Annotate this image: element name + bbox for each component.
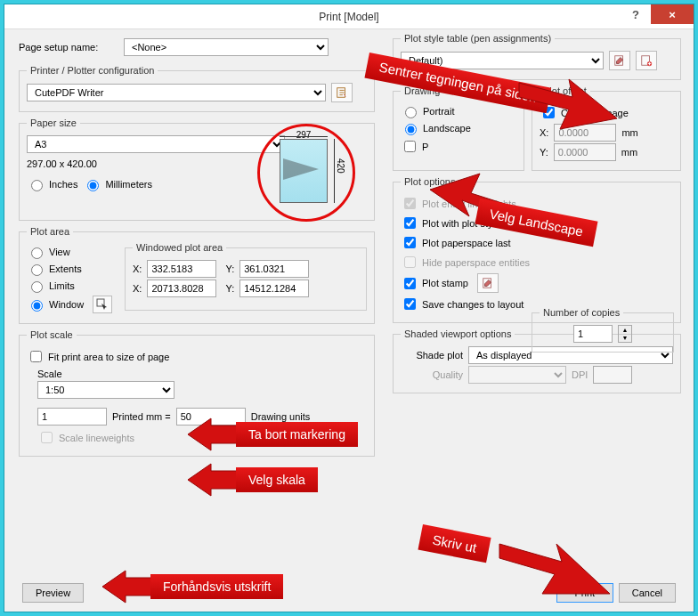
shaded-legend: Shaded viewport options	[401, 328, 515, 339]
opt-save[interactable]	[404, 298, 416, 310]
windowed-area-fieldset: Windowed plot area X: Y: X: Y:	[125, 242, 367, 311]
windowed-legend: Windowed plot area	[133, 242, 226, 253]
print-button[interactable]: Print	[556, 583, 613, 603]
copies-fieldset: Number of copies ▲▼	[532, 307, 674, 353]
orientation-fieldset: Drawing Portrait Landscape P	[393, 85, 524, 171]
left-column: Page setup name: <None> Printer / Plotte…	[19, 33, 375, 462]
printer-fieldset: Printer / Plotter configuration CutePDF …	[19, 65, 375, 112]
plot-options-fieldset: Plot options Plot entity lineweights Plo…	[393, 176, 681, 323]
offset-y	[554, 143, 616, 161]
center-page-check[interactable]	[543, 107, 555, 118]
paper-legend: Paper size	[27, 118, 80, 128]
printer-select[interactable]: CutePDF Writer	[27, 84, 326, 101]
opt-plotstyles[interactable]	[404, 217, 416, 229]
landscape-radio[interactable]	[405, 124, 417, 135]
preview-button[interactable]: Preview	[22, 583, 84, 603]
printed-mm[interactable]	[37, 408, 107, 426]
win-x2[interactable]	[147, 280, 216, 297]
opt-lineweights	[404, 198, 416, 209]
offset-legend: Plot offset	[540, 85, 590, 96]
win-y1[interactable]	[239, 260, 309, 278]
pick-window-icon[interactable]	[93, 296, 112, 313]
close-button[interactable]: ×	[651, 4, 694, 24]
plot-style-select[interactable]: Default)	[401, 52, 604, 69]
copies-spinner[interactable]: ▲▼	[618, 325, 632, 343]
paper-fieldset: Paper size A3 297.00 x 420.00 Inches Mil…	[19, 118, 375, 221]
printer-legend: Printer / Plotter configuration	[27, 65, 158, 76]
paper-size-select[interactable]: A3	[27, 135, 285, 153]
plotarea-window-radio[interactable]	[31, 300, 43, 312]
callout-preview: Forhåndsvis utskrift	[102, 571, 307, 610]
units-mm-radio[interactable]	[87, 180, 99, 191]
scale-select[interactable]: 1:50	[37, 381, 174, 399]
upside-check[interactable]	[404, 141, 416, 152]
plotarea-view-radio[interactable]	[31, 247, 43, 259]
svg-marker-10	[102, 571, 165, 603]
scale-label: Scale	[37, 369, 367, 379]
print-dialog: Print [Model] ? × Page setup name: <None…	[4, 4, 694, 612]
drawing-units[interactable]	[176, 408, 246, 426]
plot-scale-fieldset: Plot scale Fit print area to size of pag…	[19, 329, 375, 457]
opt-paperspace[interactable]	[404, 237, 416, 248]
plot-area-legend: Plot area	[27, 226, 73, 237]
edit-style-icon[interactable]	[609, 51, 630, 70]
page-setup-label: Page setup name:	[19, 42, 118, 53]
orientation-legend: Drawing	[401, 85, 443, 96]
new-style-icon[interactable]	[636, 51, 657, 70]
quality-select	[468, 366, 566, 384]
plotarea-limits-radio[interactable]	[31, 281, 43, 293]
plotarea-extents-radio[interactable]	[31, 264, 43, 276]
dpi-field	[593, 366, 632, 384]
paper-preview: 297 420	[264, 130, 349, 215]
plot-style-fieldset: Plot style table (pen assignments) Defau…	[393, 33, 681, 80]
stamp-settings-icon[interactable]	[477, 273, 499, 293]
right-column: Plot style table (pen assignments) Defau…	[393, 33, 681, 399]
offset-x	[554, 124, 616, 142]
cancel-button[interactable]: Cancel	[619, 583, 676, 603]
help-button[interactable]: ?	[621, 4, 651, 24]
plot-area-fieldset: Plot area View Extents Limits Window W	[19, 226, 375, 324]
win-x1[interactable]	[147, 260, 216, 278]
opt-hide	[404, 256, 416, 268]
win-y2[interactable]	[239, 280, 309, 297]
opt-stamp[interactable]	[404, 278, 416, 289]
copies-legend: Number of copies	[540, 307, 623, 318]
callout-scale: Velg skala	[188, 464, 375, 503]
units-inches-radio[interactable]	[31, 180, 43, 191]
plot-options-legend: Plot options	[401, 176, 459, 187]
page-setup-select[interactable]: <None>	[124, 38, 329, 56]
scale-lineweights-check	[41, 432, 53, 443]
plot-style-legend: Plot style table (pen assignments)	[401, 33, 555, 44]
svg-marker-9	[188, 464, 250, 496]
copies-input[interactable]	[573, 325, 613, 343]
portrait-radio[interactable]	[405, 107, 417, 118]
plot-scale-legend: Plot scale	[27, 329, 77, 340]
window-title: Print [Model]	[319, 11, 378, 23]
fit-page-check[interactable]	[30, 351, 42, 362]
offset-fieldset: Plot offset Center on page X:mm Y:mm	[532, 85, 681, 171]
titlebar: Print [Model] ? ×	[4, 4, 694, 29]
printer-settings-icon[interactable]	[331, 83, 353, 102]
